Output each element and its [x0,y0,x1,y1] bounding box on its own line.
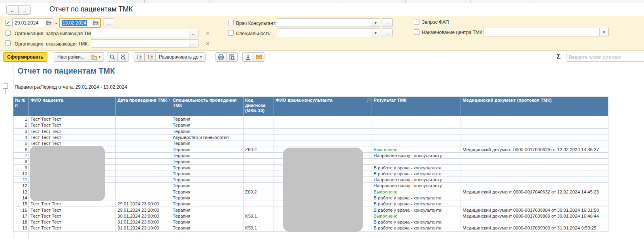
cell-specialty: Терапия [171,219,244,225]
cell-num: 9 [13,165,29,170]
col-header-result[interactable]: Результат ТМК [372,97,461,116]
cell-num: 7 [13,153,29,158]
cell-diagnosis [244,201,274,207]
col-header-diagnosis[interactable]: Код диагноза (МКБ-10) [244,97,274,116]
consultant-more-button[interactable]: ... [382,18,393,27]
expand-to-button[interactable]: Разворачивать до ▾ [156,52,206,62]
consultant-checkbox[interactable] [228,20,234,25]
autosum-icon[interactable]: Σ [557,53,561,61]
period-from-value: 29.01.2024 [13,19,44,27]
find-button[interactable] [107,52,118,62]
print-preview-button[interactable] [227,52,238,62]
period-dash: - [55,21,57,26]
cell-result: В работе у врача - консультанта [372,171,461,176]
cell-specialty: Терапия [171,153,244,158]
consultant-combo[interactable]: ▾ [277,18,380,27]
table-row[interactable]: 2 Тест Тест Тест Терапия [13,122,608,128]
consultant-label: Врач Консультант: [236,21,277,26]
group-collapse-button[interactable]: − [3,83,8,89]
cell-date: 30.01.2024 23:00:00 [116,213,171,219]
col-header-document[interactable]: Медицинский документ (протокол ТМК) [461,97,608,116]
calendar-icon[interactable] [91,19,100,27]
cell-document: Медицинский документ 0000-0017039903 от … [461,225,608,231]
settings-button[interactable]: Настройки... [54,52,88,62]
cell-patient: Тест Тест Тест [29,219,116,225]
chevron-down-icon[interactable]: ▾ [371,29,380,37]
table-row[interactable]: 5 Тест Тест Тест Терапия [13,140,608,146]
cell-specialty: Терапия [171,201,244,207]
calendar-icon[interactable] [44,19,53,27]
expand-rows-button[interactable] [134,52,145,62]
org-request-more-button[interactable]: ... [189,29,198,37]
org-request-checkbox[interactable] [5,30,11,36]
report-variants-button[interactable]: ▾ [88,52,104,62]
cell-date [116,135,171,140]
org-provide-clear-icon[interactable]: × [206,41,209,46]
period-more-button[interactable]: ... [104,18,114,27]
send-mail-button[interactable] [253,52,264,62]
print-button[interactable] [215,52,227,62]
cell-result [372,159,461,164]
period-to-value: 13.02.2024 [62,20,87,26]
cell-specialty: Терапия [171,189,244,195]
cell-document [461,177,608,182]
find-next-button[interactable] [118,52,129,62]
table-row[interactable]: 3 Тест Тест Тест Терапия [13,128,608,134]
cell-diagnosis: K59.1 [244,225,274,231]
cell-result [372,140,461,146]
period-checkbox[interactable]: ✓ [5,20,11,26]
cell-date [116,171,171,176]
save-download-button[interactable] [242,52,253,62]
cell-result: Направлен врачу - консультанту [372,153,461,158]
window-title: Отчет по пациентам ТМК [49,5,133,13]
table-row[interactable]: 1 Тест Тест Тест Терапия [13,116,608,122]
col-header-consultant[interactable]: ФИО врача-консультанта [274,97,372,116]
specialty-combo[interactable]: ▾ [277,28,380,37]
cell-num: 1 [13,116,29,122]
cell-specialty: Терапия [171,213,244,219]
cell-date [116,165,171,170]
cell-num: 6 [13,146,29,152]
cell-document [461,122,608,128]
org-provide-checkbox[interactable] [5,40,11,46]
specialty-checkbox[interactable] [228,30,234,36]
cell-document: Медицинский документ 0000-0017039884 от … [461,207,608,212]
cell-specialty: Терапия [171,122,244,128]
col-header-specialty[interactable]: Специальность проведения ТМК [171,97,244,116]
print-group [215,52,238,62]
cell-diagnosis [244,195,274,201]
period-to-field[interactable]: 13.02.2024 [59,18,101,28]
cell-date [116,140,171,146]
tmk-center-checkbox[interactable] [414,29,419,35]
cell-patient: Тест Тест Тест [29,129,116,134]
cell-specialty: Терапия [171,140,244,146]
back-button[interactable]: ← [6,5,19,15]
org-request-clear-icon[interactable]: × [206,30,209,36]
col-header-num[interactable]: № п/п [13,97,29,116]
generate-button[interactable]: Сформировать [3,52,47,62]
org-provide-input[interactable]: ... [91,39,198,47]
cell-specialty: Акушерство и гинекология [171,135,244,140]
chevron-down-icon[interactable]: ▾ [599,28,608,36]
org-provide-more-button[interactable]: ... [189,40,198,47]
col-header-date[interactable]: Дата проведения ТМК [116,97,171,116]
table-row[interactable]: 4 Тест Тест Тест Акушерство и гинекологи… [13,134,608,140]
cell-date [116,195,171,201]
period-from-field[interactable]: 29.01.2024 [12,18,53,27]
table-filter-input[interactable] [566,53,644,62]
sort-icon[interactable] [367,98,371,102]
org-request-input[interactable]: ... [91,29,198,37]
chevron-down-icon[interactable]: ▾ [371,19,380,27]
cell-patient: Тест Тест Тест [29,213,116,219]
fap-checkbox[interactable] [414,19,419,25]
cell-document [461,140,608,146]
collapse-rows-button[interactable] [145,52,156,62]
cell-diagnosis [244,122,274,128]
forward-button[interactable]: → [19,5,31,15]
sort-icon[interactable] [166,98,170,102]
cell-result [372,116,461,122]
specialty-more-button[interactable]: ... [382,28,393,37]
col-header-patient[interactable]: ФИО пациента [29,97,116,116]
tmk-center-combo[interactable]: ▾ [483,28,609,36]
cell-result: Направлен врачу - консультанту [372,177,461,182]
